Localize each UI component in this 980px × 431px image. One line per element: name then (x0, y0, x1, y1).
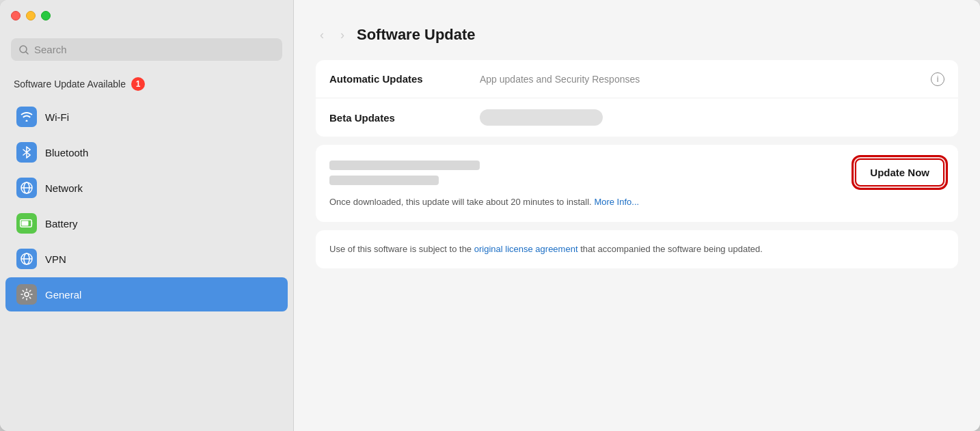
sidebar-item-wifi[interactable]: Wi-Fi (5, 100, 288, 134)
vpn-icon (16, 249, 37, 269)
window-content: Search Software Update Available 1 Wi-Fi (0, 0, 980, 431)
sidebar-item-network[interactable]: Network (5, 171, 288, 205)
maximize-button[interactable] (41, 11, 51, 20)
update-footer-text: Once downloaded, this update will take a… (329, 196, 944, 208)
sidebar-item-bluetooth[interactable]: Bluetooth (5, 135, 288, 169)
sidebar-item-battery-label: Battery (45, 218, 78, 230)
search-bar[interactable]: Search (11, 38, 282, 61)
more-info-link[interactable]: More Info... (594, 197, 639, 207)
update-card: Update Now Once downloaded, this update … (316, 145, 958, 222)
search-icon (19, 45, 29, 55)
license-text: Use of this software is subject to the o… (329, 242, 944, 256)
traffic-lights (11, 11, 51, 20)
update-card-inner: Update Now (329, 158, 944, 186)
forward-button[interactable]: › (336, 27, 349, 44)
beta-updates-row: Beta Updates (316, 98, 958, 137)
update-info-blurred (329, 161, 480, 185)
blurred-line-2 (329, 176, 439, 185)
update-available-label: Software Update Available (14, 79, 126, 89)
update-now-button[interactable]: Update Now (855, 158, 944, 186)
wifi-icon (16, 107, 37, 127)
svg-point-10 (25, 292, 29, 296)
sidebar-item-vpn-label: VPN (45, 253, 66, 265)
page-title: Software Update (357, 26, 476, 44)
sidebar-item-wifi-label: Wi-Fi (45, 111, 69, 123)
search-placeholder: Search (34, 44, 67, 55)
main-panel: ‹ › Software Update Automatic Updates Ap… (294, 0, 980, 431)
automatic-updates-value: App updates and Security Responses (480, 74, 931, 85)
back-button[interactable]: ‹ (316, 27, 328, 44)
beta-updates-label: Beta Updates (329, 112, 480, 124)
automatic-updates-info-icon[interactable]: i (931, 72, 944, 86)
general-icon (16, 284, 37, 305)
sidebar-item-general-label: General (45, 289, 81, 301)
minimize-button[interactable] (26, 11, 36, 20)
bluetooth-icon (16, 142, 37, 163)
close-button[interactable] (11, 11, 21, 20)
sidebar-item-bluetooth-label: Bluetooth (45, 147, 88, 158)
license-card: Use of this software is subject to the o… (316, 230, 958, 268)
update-badge: 1 (131, 77, 145, 91)
sidebar-item-general[interactable]: General (5, 277, 288, 311)
battery-icon (16, 213, 37, 234)
update-available-row[interactable]: Software Update Available 1 (0, 72, 293, 96)
license-agreement-link[interactable]: original license agreement (474, 244, 578, 254)
sidebar-item-vpn[interactable]: VPN (5, 242, 288, 276)
main-header: ‹ › Software Update (316, 16, 958, 44)
sidebar-item-battery[interactable]: Battery (5, 206, 288, 240)
network-icon (16, 178, 37, 198)
blurred-line-1 (329, 161, 480, 170)
sidebar: Search Software Update Available 1 Wi-Fi (0, 0, 294, 431)
automatic-updates-label: Automatic Updates (329, 73, 480, 85)
beta-toggle[interactable] (480, 109, 603, 126)
main-window: Search Software Update Available 1 Wi-Fi (0, 0, 980, 431)
sidebar-item-network-label: Network (45, 182, 83, 194)
automatic-updates-row: Automatic Updates App updates and Securi… (316, 60, 958, 98)
svg-rect-6 (22, 221, 29, 226)
settings-card: Automatic Updates App updates and Securi… (316, 60, 958, 137)
svg-line-1 (26, 52, 28, 54)
